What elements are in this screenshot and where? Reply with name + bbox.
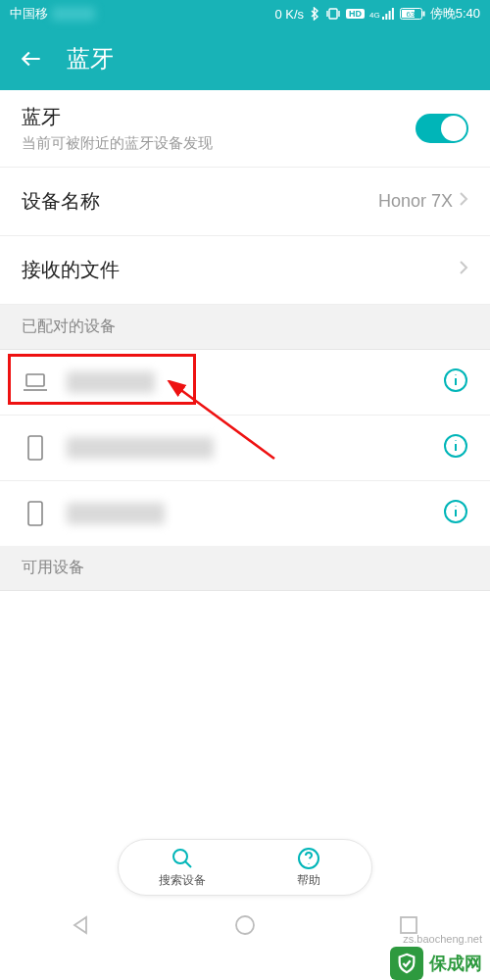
status-right: 0 K/s HD 4G 63 傍晚5:40 xyxy=(274,5,480,23)
carrier-blur xyxy=(52,7,95,21)
laptop-icon xyxy=(22,372,49,392)
device-name-blur xyxy=(67,503,443,524)
device-name-row[interactable]: 设备名称 Honor 7X xyxy=(0,168,490,236)
phone-icon xyxy=(22,501,49,526)
page-title: 蓝牙 xyxy=(67,43,114,74)
available-devices-header: 可用设备 xyxy=(0,546,490,591)
chevron-right-icon xyxy=(459,260,468,280)
device-name-blur xyxy=(67,437,443,459)
available-devices-area xyxy=(0,591,490,865)
watermark-url: zs.baocheng.net xyxy=(403,933,482,945)
watermark-brand: 保成网 xyxy=(429,952,482,975)
paired-devices-header: 已配对的设备 xyxy=(0,305,490,350)
page-header: 蓝牙 xyxy=(0,27,490,90)
signal-icon: 4G xyxy=(369,8,395,20)
help-label: 帮助 xyxy=(297,872,320,889)
hd-badge: HD xyxy=(346,9,365,19)
phone-icon xyxy=(22,435,49,461)
vibrate-icon xyxy=(325,8,341,20)
svg-rect-9 xyxy=(28,502,42,525)
paired-device-row[interactable] xyxy=(0,481,490,546)
info-button[interactable] xyxy=(443,433,468,463)
bottom-actions: 搜索设备 帮助 xyxy=(0,839,490,896)
bluetooth-toggle-row[interactable]: 蓝牙 当前可被附近的蓝牙设备发现 xyxy=(0,90,490,168)
clock-label: 傍晚5:40 xyxy=(430,5,480,23)
paired-device-row[interactable] xyxy=(0,416,490,481)
search-devices-label: 搜索设备 xyxy=(159,872,206,889)
chevron-right-icon xyxy=(459,191,468,212)
device-name-label: 设备名称 xyxy=(22,188,378,215)
status-bar: 中国移 0 K/s HD 4G 63 傍晚5:40 xyxy=(0,0,490,27)
search-icon xyxy=(171,847,194,870)
triangle-left-icon xyxy=(70,913,93,937)
actions-pill: 搜索设备 帮助 xyxy=(118,839,372,896)
arrow-left-icon xyxy=(19,46,44,72)
svg-rect-2 xyxy=(422,12,424,17)
back-button[interactable] xyxy=(18,45,45,73)
net-speed: 0 K/s xyxy=(274,7,304,22)
svg-rect-5 xyxy=(26,374,44,386)
device-name-value: Honor 7X xyxy=(378,191,453,212)
svg-text:63: 63 xyxy=(406,10,415,19)
bluetooth-icon xyxy=(309,7,320,21)
bluetooth-sublabel: 当前可被附近的蓝牙设备发现 xyxy=(22,134,416,153)
carrier-label: 中国移 xyxy=(10,5,48,23)
shield-check-icon xyxy=(390,947,423,980)
bluetooth-label: 蓝牙 xyxy=(22,104,416,130)
bluetooth-label-col: 蓝牙 当前可被附近的蓝牙设备发现 xyxy=(22,104,416,153)
svg-rect-0 xyxy=(329,9,337,19)
device-name-blur xyxy=(67,371,443,393)
info-button[interactable] xyxy=(443,368,468,397)
search-devices-button[interactable]: 搜索设备 xyxy=(119,847,245,889)
nav-back-button[interactable] xyxy=(65,908,98,942)
circle-icon xyxy=(233,913,257,937)
paired-device-row[interactable] xyxy=(0,350,490,416)
battery-icon: 63 xyxy=(400,8,425,20)
received-files-row[interactable]: 接收的文件 xyxy=(0,236,490,305)
status-left: 中国移 xyxy=(10,5,95,23)
toggle-knob xyxy=(441,116,466,141)
info-button[interactable] xyxy=(443,499,468,528)
svg-point-12 xyxy=(173,850,187,863)
svg-rect-15 xyxy=(401,917,416,933)
watermark-logo: 保成网 xyxy=(390,947,482,980)
help-button[interactable]: 帮助 xyxy=(245,847,371,889)
bluetooth-toggle[interactable] xyxy=(416,114,468,143)
received-files-label: 接收的文件 xyxy=(22,257,459,283)
nav-home-button[interactable] xyxy=(228,908,262,942)
help-icon xyxy=(297,847,320,870)
svg-point-14 xyxy=(236,916,254,934)
svg-rect-7 xyxy=(28,436,42,460)
